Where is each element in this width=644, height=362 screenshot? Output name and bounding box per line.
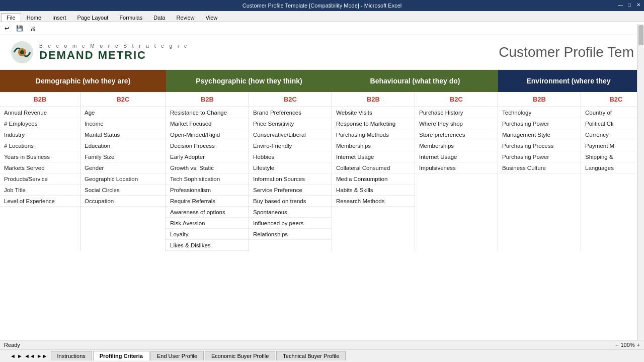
data-column-5: Purchase HistoryWhere they shopStore pre…: [415, 107, 498, 251]
ribbon-tab-page layout[interactable]: Page Layout: [72, 13, 114, 22]
table-row: Level of Experience: [0, 196, 80, 207]
table-row: Political Cli: [581, 118, 644, 129]
table-row: Conservative/Liberal: [249, 129, 332, 140]
close-btn[interactable]: ✕: [635, 1, 642, 8]
zoom-controls[interactable]: − 100% +: [615, 342, 640, 348]
ribbon-tab-home[interactable]: Home: [21, 13, 47, 22]
data-column-7: Country ofPolitical CliCurrencyPayment M…: [581, 107, 644, 251]
table-row: Open-Minded/Rigid: [166, 129, 249, 140]
ribbon-tab-file[interactable]: File: [1, 13, 21, 22]
ribbon-tabs: FileHomeInsertPage LayoutFormulasDataRev…: [0, 11, 644, 22]
title-text: Customer Profile Template [Compatibility…: [243, 3, 401, 9]
table-row: Purchasing Power: [498, 118, 581, 129]
table-row: Gender: [80, 162, 166, 173]
category-headers: Demographic (who they are)Psychographic …: [0, 70, 644, 92]
b2b-b2c-cell-3: B2C: [249, 92, 332, 107]
category-header-behavioural-(what-they-do): Behavioural (what they do): [332, 70, 498, 92]
sheet-tab-instructions[interactable]: Instructions: [51, 351, 92, 360]
table-row: Likes & Dislikes: [166, 240, 249, 251]
data-area: Annual Revenue# EmployeesIndustry# Locat…: [0, 107, 644, 251]
b2b-b2c-cell-6: B2B: [498, 92, 581, 107]
sheet-nav-arrows[interactable]: ◄ ► ◄◄ ►►: [10, 353, 48, 359]
svg-point-2: [20, 50, 24, 54]
table-row: Enviro-Friendly: [249, 140, 332, 151]
table-row: Price Sensitivity: [249, 118, 332, 129]
table-row: Occupation: [80, 196, 166, 207]
table-row: Job Title: [0, 185, 80, 196]
maximize-btn[interactable]: □: [626, 1, 633, 8]
table-row: Store preferences: [415, 129, 498, 140]
zoom-in-btn[interactable]: +: [637, 342, 640, 348]
b2b-b2c-cell-0: B2B: [0, 92, 80, 107]
table-row: Income: [80, 118, 166, 129]
ribbon-tab-review[interactable]: Review: [171, 13, 200, 22]
table-row: Purchase History: [415, 107, 498, 118]
table-row: # Locations: [0, 140, 80, 151]
table-row: Education: [80, 140, 166, 151]
table-row: Growth vs. Static: [166, 162, 249, 173]
vertical-scrollbar[interactable]: [637, 24, 644, 340]
ribbon-tab-view[interactable]: View: [200, 13, 223, 22]
zoom-out-btn[interactable]: −: [615, 342, 618, 348]
table-row: Purchasing Power: [498, 151, 581, 162]
ribbon-tab-data[interactable]: Data: [148, 13, 171, 22]
data-column-2: Resistance to ChangeMarket FocusedOpen-M…: [166, 107, 249, 251]
app-header: B e c o m e M o r e S t r a t e g i c De…: [0, 35, 644, 70]
data-column-4: Website VisitsResponse to MarketingPurch…: [332, 107, 415, 251]
table-row: Spontaneous: [249, 207, 332, 218]
table-row: Purchasing Process: [498, 140, 581, 151]
table-row: Decision Process: [166, 140, 249, 151]
zoom-level: 100%: [620, 342, 634, 348]
logo-area: B e c o m e M o r e S t r a t e g i c De…: [10, 40, 189, 64]
table-row: Management Style: [498, 129, 581, 140]
table-row: Lifestyle: [249, 162, 332, 173]
table-row: Resistance to Change: [166, 107, 249, 118]
toolbar-print[interactable]: 🖨: [28, 25, 38, 33]
toolbar-undo[interactable]: ↩: [2, 24, 12, 33]
table-row: Memberships: [415, 140, 498, 151]
minimize-btn[interactable]: —: [617, 1, 624, 8]
table-row: Internet Usage: [332, 151, 415, 162]
document-title: Customer Profile Tem: [499, 44, 634, 60]
table-row: Social Circles: [80, 185, 166, 196]
table-row: Response to Marketing: [332, 118, 415, 129]
b2b-b2c-cell-1: B2C: [80, 92, 166, 107]
table-row: Early Adopter: [166, 151, 249, 162]
table-row: Languages: [581, 162, 644, 173]
table-row: Internet Usage: [415, 151, 498, 162]
table-row: Market Focused: [166, 118, 249, 129]
sheet-tab-technical-buyer-profile[interactable]: Technical Buyer Profile: [276, 351, 346, 360]
table-row: Currency: [581, 129, 644, 140]
category-header-demographic-(who-they-are): Demographic (who they are): [0, 70, 166, 92]
table-row: Technology: [498, 107, 581, 118]
table-row: Geographic Location: [80, 173, 166, 185]
ribbon-tab-insert[interactable]: Insert: [47, 13, 72, 22]
logo-text: B e c o m e M o r e S t r a t e g i c De…: [39, 43, 189, 62]
table-row: Memberships: [332, 140, 415, 151]
window-controls[interactable]: — □ ✕: [617, 1, 642, 8]
table-row: Annual Revenue: [0, 107, 80, 118]
table-row: Family Size: [80, 151, 166, 162]
table-row: Relationships: [249, 229, 332, 240]
table-row: Marital Status: [80, 129, 166, 140]
b2b-b2c-cell-7: B2C: [581, 92, 644, 107]
table-row: Loyalty: [166, 229, 249, 240]
table-row: Markets Served: [0, 162, 80, 173]
table-row: Products/Service: [0, 173, 80, 185]
data-column-6: TechnologyPurchasing PowerManagement Sty…: [498, 107, 581, 251]
sheet-tab-end-user-profile[interactable]: End User Profile: [150, 351, 204, 360]
ribbon-tab-formulas[interactable]: Formulas: [114, 13, 148, 22]
category-header-environment-(where-they: Environment (where they: [498, 70, 639, 92]
table-row: Media Consumption: [332, 173, 415, 185]
scrollbar-thumb[interactable]: [638, 25, 643, 45]
sheet-tab-profiling-criteria[interactable]: Profiling Criteria: [93, 351, 149, 360]
table-row: Impulsiveness: [415, 162, 498, 173]
table-row: Habits & Skills: [332, 185, 415, 196]
table-row: Years in Business: [0, 151, 80, 162]
data-column-3: Brand PreferencesPrice SensitivityConser…: [249, 107, 332, 251]
logo-tagline: B e c o m e M o r e S t r a t e g i c: [39, 43, 189, 49]
table-row: Awareness of options: [166, 207, 249, 218]
table-row: Website Visits: [332, 107, 415, 118]
toolbar-save[interactable]: 💾: [14, 24, 26, 33]
sheet-tab-economic-buyer-profile[interactable]: Economic Buyer Profile: [205, 351, 275, 360]
